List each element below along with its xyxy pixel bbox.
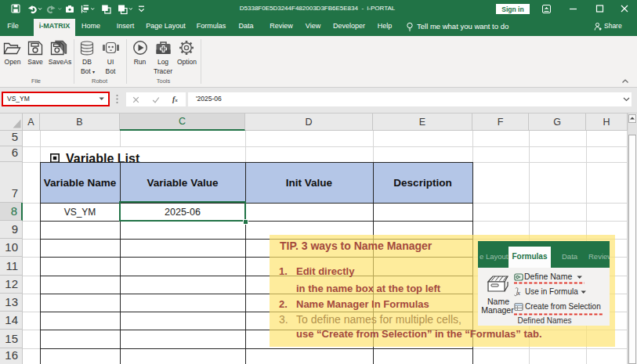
svg-text:x: x [516, 289, 520, 297]
